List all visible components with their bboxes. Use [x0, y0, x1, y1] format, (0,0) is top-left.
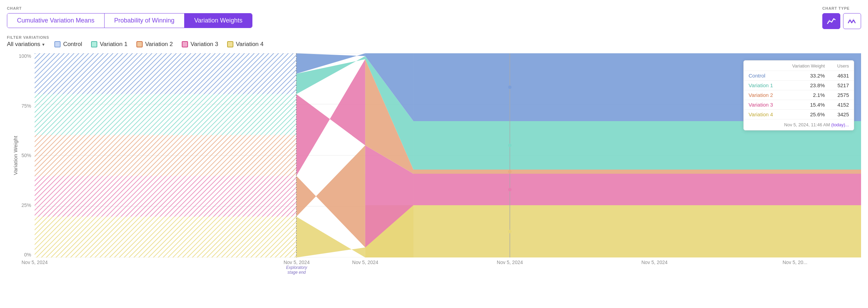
x-axis: Nov 5, 2024 Nov 5, 2024 Exploratorystage…	[35, 257, 861, 275]
tooltip-var4-users: 3425	[830, 110, 854, 119]
chart-label: CHART	[7, 6, 252, 10]
svg-point-36	[508, 230, 512, 233]
tooltip-header-users: Users	[830, 61, 854, 71]
svg-point-32	[508, 85, 512, 89]
tooltip-var3-weight: 15.4%	[782, 100, 830, 110]
svg-rect-24	[413, 170, 861, 174]
chart-area: Variation Weight 100% 75% 50% 25% 0%	[7, 53, 861, 275]
legend-label-variation4: Variation 4	[236, 41, 263, 48]
tooltip-timestamp: Nov 5, 2024, 11:46 AM	[784, 122, 830, 127]
zigzag-chart-icon	[848, 17, 857, 25]
svg-rect-13	[35, 94, 296, 135]
legend-label-variation2: Variation 2	[145, 41, 173, 48]
table-row: Variation 1 23.8% 5217	[744, 81, 854, 90]
y-tick-25: 25%	[21, 202, 31, 208]
legend-control[interactable]: Control	[54, 41, 82, 48]
svg-point-35	[508, 188, 512, 191]
tooltip-var4-name: Variation 4	[749, 111, 773, 117]
table-row: Control 33.2% 4631	[744, 71, 854, 81]
tab-variation-weights[interactable]: Variation Weights	[185, 13, 252, 28]
legend-variation1[interactable]: Variation 1	[91, 41, 127, 48]
table-row: Variation 2 2.1% 2575	[744, 90, 854, 100]
filter-variations-dropdown[interactable]: All variations ▾	[7, 41, 45, 48]
line-chart-icon	[827, 17, 836, 25]
table-row: Variation 3 15.4% 4152	[744, 100, 854, 110]
legend-variation4[interactable]: Variation 4	[227, 41, 263, 48]
tooltip-footer: Nov 5, 2024, 11:46 AM (today)...	[744, 119, 854, 130]
x-tick-0: Nov 5, 2024	[21, 260, 48, 265]
tooltip-table: Variation Weight Users Control 33.2% 463…	[744, 61, 854, 119]
y-tick-100: 100%	[19, 53, 31, 59]
legend-color-variation2	[136, 41, 143, 47]
y-tick-0: 0%	[24, 252, 31, 257]
tooltip-var1-users: 5217	[830, 81, 854, 90]
tooltip-control-name: Control	[749, 73, 765, 79]
variation-legend: Control Variation 1 Variation 2 Variatio…	[54, 41, 263, 48]
legend-label-variation3: Variation 3	[190, 41, 218, 48]
x-tick-5: Nov 5, 20...	[782, 260, 807, 265]
legend-variation2[interactable]: Variation 2	[136, 41, 173, 48]
tooltip-var2-weight: 2.1%	[782, 90, 830, 100]
tab-probability-of-winning[interactable]: Probability of Winning	[105, 13, 185, 28]
tooltip-var1-weight: 23.8%	[782, 81, 830, 90]
tooltip-control-weight: 33.2%	[782, 71, 830, 81]
svg-rect-12	[35, 135, 296, 176]
x-tick-4: Nov 5, 2024	[642, 260, 668, 265]
chart-type-line-button[interactable]	[822, 13, 840, 29]
tooltip-header-name	[744, 61, 782, 71]
exploratory-stage-end-label: Exploratorystage end	[284, 265, 310, 275]
svg-rect-14	[35, 53, 296, 94]
tooltip-control-users: 4631	[830, 71, 854, 81]
chart-tooltip: Variation Weight Users Control 33.2% 463…	[743, 60, 854, 130]
svg-rect-11	[35, 176, 296, 217]
stacked-chart	[35, 53, 861, 257]
legend-color-variation4	[227, 41, 233, 47]
tab-cumulative-variation-means[interactable]: Cumulative Variation Means	[7, 13, 105, 28]
filter-label: FILTER VARIATIONS	[7, 35, 861, 39]
tooltip-var3-name: Variation 3	[749, 102, 773, 108]
x-tick-3: Nov 5, 2024	[497, 260, 523, 265]
legend-label-control: Control	[63, 41, 82, 48]
chevron-down-icon: ▾	[42, 42, 45, 47]
legend-color-variation1	[91, 41, 97, 47]
tooltip-var4-weight: 25.6%	[782, 110, 830, 119]
legend-color-control	[54, 41, 61, 47]
y-axis-label: Variation Weight	[12, 136, 18, 175]
chart-tab-group: Cumulative Variation Means Probability o…	[7, 13, 252, 28]
filter-dropdown-value: All variations	[7, 41, 40, 48]
svg-rect-10	[35, 217, 296, 257]
table-row: Variation 4 25.6% 3425	[744, 110, 854, 119]
svg-rect-20	[365, 205, 861, 257]
x-tick-2: Nov 5, 2024	[352, 260, 378, 265]
tooltip-var2-users: 2575	[830, 90, 854, 100]
legend-color-variation3	[182, 41, 188, 47]
tooltip-var3-users: 4152	[830, 100, 854, 110]
tooltip-today-badge: (today)...	[831, 122, 849, 127]
chart-type-label: CHART TYPE	[822, 6, 861, 10]
y-tick-75: 75%	[21, 103, 31, 109]
x-tick-1: Nov 5, 2024 Exploratorystage end	[284, 260, 310, 275]
y-axis: Variation Weight 100% 75% 50% 25% 0%	[7, 53, 35, 257]
legend-label-variation1: Variation 1	[100, 41, 127, 48]
tooltip-var1-name: Variation 1	[749, 82, 773, 88]
svg-point-33	[508, 144, 512, 147]
legend-variation3[interactable]: Variation 3	[182, 41, 218, 48]
svg-point-34	[508, 170, 512, 173]
svg-rect-22	[413, 174, 861, 205]
tooltip-header-weight: Variation Weight	[782, 61, 830, 71]
tooltip-var2-name: Variation 2	[749, 92, 773, 98]
y-tick-50: 50%	[21, 153, 31, 158]
chart-type-zigzag-button[interactable]	[843, 13, 861, 29]
